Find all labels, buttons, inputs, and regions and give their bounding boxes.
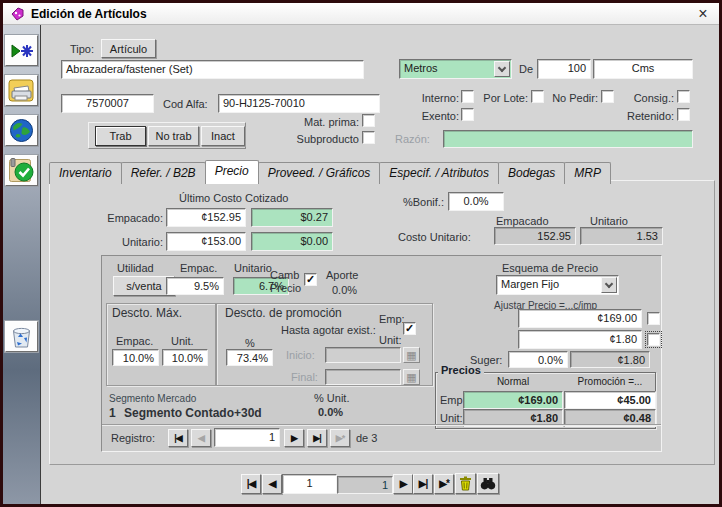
hasta-agotar-checkbox[interactable]: ✓	[403, 322, 416, 335]
subunit-field[interactable]: Cms	[593, 59, 693, 79]
esquema-unit-checkbox[interactable]	[647, 333, 660, 346]
binoculars-icon	[480, 477, 496, 490]
precios-emp-normal-cell[interactable]: ¢169.00	[463, 391, 563, 409]
empacado-usd-field[interactable]: $0.27	[251, 208, 333, 227]
interno-checkbox[interactable]	[461, 90, 474, 103]
chevron-down-icon[interactable]	[494, 61, 510, 77]
bottom-new-button[interactable]: ▶*	[434, 474, 454, 494]
tab-refer-b2b[interactable]: Refer. / B2B	[121, 162, 206, 184]
precios-promo-header: Promoción =...	[564, 376, 656, 387]
esquema-unit-field[interactable]: ¢1.80	[518, 330, 642, 349]
delete-record-button[interactable]	[455, 473, 476, 494]
precios-title: Precios	[438, 364, 484, 376]
tab-inventario[interactable]: Inventario	[49, 162, 122, 184]
search-record-button[interactable]	[477, 473, 499, 494]
status-trab-button[interactable]: Trab	[95, 126, 146, 146]
print-icon	[8, 78, 35, 103]
esquema-dropdown[interactable]: Margen Fijo	[496, 275, 619, 295]
recycle-bin-button[interactable]	[5, 321, 38, 352]
registro-next-button[interactable]: ▶	[284, 429, 304, 447]
confirm-button[interactable]	[5, 155, 38, 186]
precios-normal-header: Normal	[463, 376, 563, 387]
subproducto-checkbox[interactable]	[362, 131, 375, 144]
descto-max-empac-field[interactable]: 10.0%	[112, 349, 159, 366]
chevron-down-icon[interactable]	[601, 277, 617, 293]
segmento-row-label[interactable]: Segmento Contado+30d	[124, 406, 262, 420]
unitario-crc-field[interactable]: ¢153.00	[166, 232, 246, 251]
price-panel: Utilidad s/venta Empac. 9.5% Unitario 6.…	[101, 255, 662, 452]
code-field[interactable]: 7570007	[61, 94, 154, 113]
tipo-button[interactable]: Artículo	[101, 39, 156, 58]
promo-pct-field[interactable]: 73.4%	[226, 349, 273, 366]
tab-mrp[interactable]: MRP	[564, 162, 611, 184]
utilidad-title: Utilidad	[117, 262, 154, 274]
registro-first-button[interactable]: |◀	[168, 429, 188, 447]
bonif-field[interactable]: 0.0%	[448, 192, 504, 211]
cod-alfa-field[interactable]: 90-HJ125-70010	[218, 94, 380, 113]
precios-emp-promo-cell[interactable]: ¢45.00	[564, 391, 656, 409]
bottom-total-field: 1	[337, 476, 393, 494]
subproducto-label: Subproducto	[295, 133, 359, 145]
consig-checkbox[interactable]	[677, 90, 690, 103]
tab-bodegas[interactable]: Bodegas	[498, 162, 565, 184]
bottom-first-button[interactable]: |◀	[241, 474, 261, 494]
retenido-checkbox[interactable]	[677, 108, 690, 121]
suger-pct-field[interactable]: 0.0%	[508, 351, 568, 368]
status-no-trab-button[interactable]: No trab	[148, 126, 199, 146]
empacado-crc-field[interactable]: ¢152.95	[166, 208, 246, 227]
retenido-label: Retenido:	[627, 110, 674, 122]
consig-label: Consig.:	[631, 92, 674, 104]
costo-empacado-value: 152.95	[494, 227, 576, 245]
inicio-label: Inicio:	[286, 349, 315, 361]
final-label: Final:	[291, 371, 318, 383]
new-record-icon	[9, 42, 35, 60]
article-name-field[interactable]: Abrazadera/fastener (Set)	[61, 60, 364, 79]
close-button[interactable]: ×	[694, 6, 712, 22]
descto-max-unit-header: Unit.	[171, 335, 194, 347]
no-pedir-checkbox[interactable]	[601, 90, 614, 103]
calendar-icon: ▦	[403, 369, 420, 385]
trash-icon	[459, 476, 472, 491]
new-record-button[interactable]	[5, 35, 38, 66]
registro-record-field[interactable]: 1	[214, 428, 280, 447]
bonif-label: %Bonif.:	[403, 196, 444, 208]
registro-of-label: de 3	[356, 432, 377, 444]
utilidad-empac-header: Empac.	[180, 262, 217, 274]
por-lote-label: Por Lote:	[476, 92, 528, 104]
camb-precio-checkbox[interactable]: ✓	[304, 273, 317, 286]
esquema-emp-field[interactable]: ¢169.00	[518, 309, 642, 328]
utilidad-unitario-header: Unitario	[234, 262, 272, 274]
globe-button[interactable]	[5, 115, 38, 146]
exento-checkbox[interactable]	[461, 108, 474, 121]
tab-proveed-graficos[interactable]: Proveed. / Gráficos	[258, 162, 381, 184]
unit-dropdown-value: Metros	[404, 62, 438, 74]
costo-unitario-value: 1.53	[580, 227, 663, 245]
hasta-agotar-label: Hasta agotar exist.:	[281, 324, 376, 336]
bottom-page-field[interactable]: 1	[282, 474, 337, 494]
bottom-next-button[interactable]: ▶	[393, 474, 413, 494]
cod-alfa-label: Cod Alfa:	[163, 98, 208, 110]
factor-field[interactable]: 100	[537, 59, 591, 79]
razon-field[interactable]	[443, 130, 693, 148]
unitario-usd-field[interactable]: $0.00	[251, 232, 333, 251]
status-inact-button[interactable]: Inact	[201, 126, 245, 146]
registro-bar: Registro: |◀ ◀ 1 ▶ ▶| ▶* de 3	[102, 424, 661, 451]
precios-group: Normal Promoción =... Emp: ¢169.00 ¢45.0…	[435, 372, 656, 429]
descto-max-group: Descto. Máx. Empac. Unit. 10.0% 10.0%	[106, 303, 216, 386]
bottom-prev-button[interactable]: ◀	[262, 474, 282, 494]
por-lote-checkbox[interactable]	[531, 90, 544, 103]
unit-dropdown[interactable]: Metros	[399, 59, 512, 79]
registro-last-button[interactable]: ▶|	[307, 429, 327, 447]
esquema-emp-checkbox[interactable]	[647, 312, 660, 325]
aporte-header: Aporte	[326, 269, 358, 281]
precios-emp-label: Emp:	[440, 394, 466, 406]
tab-especif-atributos[interactable]: Especif. / Atributos	[379, 162, 499, 184]
utilidad-empac-field[interactable]: 9.5%	[166, 277, 224, 295]
mat-prima-checkbox[interactable]	[362, 114, 375, 127]
segmento-row-pct: 0.0%	[318, 406, 343, 418]
suger-value-field: ¢1.80	[570, 351, 650, 368]
descto-max-unit-field[interactable]: 10.0%	[162, 349, 208, 366]
print-button[interactable]	[5, 75, 38, 106]
tab-precio[interactable]: Precio	[205, 160, 259, 184]
bottom-last-button[interactable]: ▶|	[413, 474, 433, 494]
